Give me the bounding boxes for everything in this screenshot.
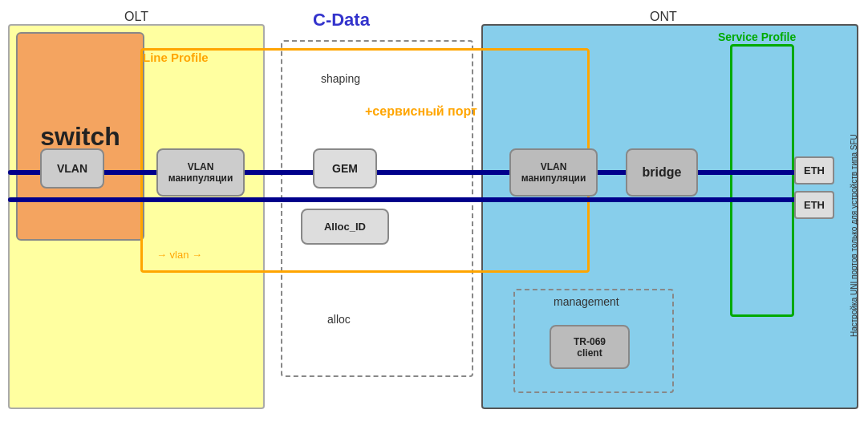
management-label: management [554, 295, 619, 308]
eth-box-1: ETH [794, 156, 834, 185]
eth-box-2: ETH [794, 191, 834, 219]
vlan-manip-olt: VLANманипуляции [156, 148, 245, 197]
service-port-label: +сервисный порт [365, 104, 477, 119]
switch-box: switch [16, 32, 144, 241]
line-profile-label: Line Profile [143, 51, 209, 64]
ont-label: ONT [650, 10, 677, 24]
bridge-box: bridge [626, 148, 698, 197]
vlan-switch: VLAN [40, 148, 104, 189]
vlan-manip-ont: VLANманипуляции [509, 148, 598, 197]
bus-line-lower [8, 197, 802, 202]
alloc-id-box: Alloc_ID [301, 209, 389, 245]
cdata-label: C-Data [313, 10, 370, 30]
tr069-box: TR-069client [550, 325, 630, 369]
shaping-label: shaping [321, 72, 360, 85]
gem-box: GEM [313, 148, 377, 189]
sfu-note: Настройка UNI портов только для устройст… [849, 80, 862, 337]
olt-label: OLT [124, 10, 148, 24]
diagram: OLT ONT C-Data switch Line Profile +серв… [0, 0, 868, 438]
service-profile-box [730, 44, 794, 317]
vlan-arrow: → vlan → [156, 249, 202, 261]
service-profile-label: Service Profile [718, 30, 796, 43]
alloc-label: alloc [327, 313, 351, 326]
switch-label: switch [40, 122, 120, 152]
